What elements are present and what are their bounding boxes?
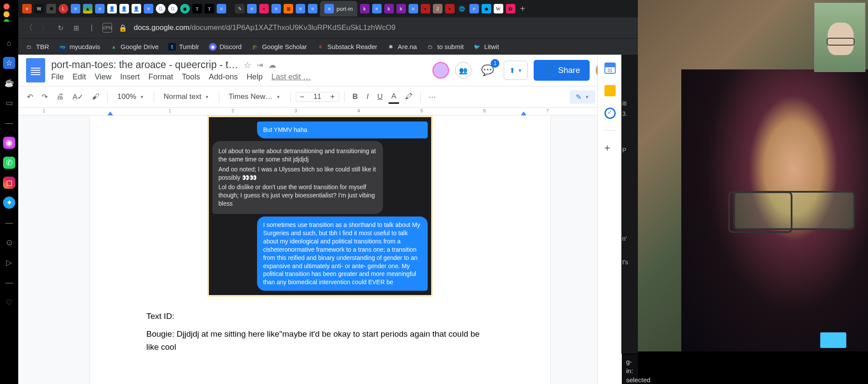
bookmark-substack[interactable]: ≡Substack Reader xyxy=(317,43,377,51)
video-control-button[interactable] xyxy=(820,332,846,348)
home-icon[interactable]: ⌂ xyxy=(3,37,15,49)
messenger-icon[interactable]: ◉ xyxy=(3,137,15,149)
url-input[interactable]: docs.google.com/document/d/1P6Ap1XAZThxo… xyxy=(134,23,706,32)
print-button[interactable]: 🖨 xyxy=(54,91,66,103)
tab-icon[interactable]: ≡ xyxy=(308,4,317,13)
tab-icon[interactable]: 👤 xyxy=(107,4,117,13)
redo-button[interactable]: ↷ xyxy=(39,91,50,103)
menu-insert[interactable]: Insert xyxy=(120,72,140,82)
font-select[interactable]: Times New…▼ xyxy=(224,91,285,103)
tab-icon[interactable]: 👤 xyxy=(132,4,141,13)
tab-icon[interactable]: k xyxy=(360,4,370,13)
tab-icon[interactable]: 🌐 xyxy=(457,4,467,13)
back-button[interactable]: 〈 xyxy=(24,23,34,33)
document-text[interactable]: Text ID: Bougie: Djjdjdj at me sitting h… xyxy=(146,310,494,354)
video-call-panel[interactable] xyxy=(638,0,868,351)
tab-icon[interactable]: 👤 xyxy=(119,4,129,13)
menu-view[interactable]: View xyxy=(95,72,112,82)
menu-file[interactable]: File xyxy=(51,72,64,82)
present-button[interactable]: ⬆ ▼ xyxy=(504,61,528,80)
bookmark-discord[interactable]: ◉Discord xyxy=(209,43,242,51)
highlight-button[interactable]: 🖍 xyxy=(403,91,415,103)
people-icon[interactable]: 👥 xyxy=(455,62,472,79)
tab-icon[interactable]: ≡ xyxy=(95,4,105,13)
menu-help[interactable]: Help xyxy=(247,72,263,82)
menu-edit[interactable]: Edit xyxy=(73,72,86,82)
instagram-icon[interactable]: ◻ xyxy=(3,177,15,189)
bookmark-tumblr[interactable]: tTumblr xyxy=(168,43,199,51)
tab-icon[interactable]: J xyxy=(433,4,442,13)
close-window[interactable] xyxy=(3,3,10,10)
move-icon[interactable]: ⇥ xyxy=(257,60,263,70)
tab-icon[interactable]: ✿ xyxy=(506,4,515,13)
menu-tools[interactable]: Tools xyxy=(182,72,200,82)
comments-button[interactable]: 💬 1 xyxy=(478,61,498,80)
grid-button[interactable]: ⊞ xyxy=(71,23,81,33)
undo-button[interactable]: ↶ xyxy=(24,91,36,103)
tab-icon[interactable]: k xyxy=(384,4,394,13)
forward-button[interactable]: 〉 xyxy=(40,23,50,33)
play-icon[interactable]: ⊙ xyxy=(3,236,15,249)
bookmark-tosubmit[interactable]: 🗀to submit xyxy=(426,43,464,51)
bookmark-scholar[interactable]: 🎓Google Scholar xyxy=(251,43,307,51)
paint-format-button[interactable]: 🖌 xyxy=(89,91,102,103)
tab-icon[interactable]: ≡ xyxy=(217,4,226,13)
bookmark-litwit[interactable]: 🐦Litwit xyxy=(473,43,499,51)
style-select[interactable]: Normal text▼ xyxy=(159,91,214,103)
tab-icon[interactable]: ◆ xyxy=(482,4,491,13)
embedded-chat-image[interactable]: But YMMV haha Lol about to write about d… xyxy=(207,115,433,297)
vpn-badge[interactable]: VPN xyxy=(102,23,112,33)
send-icon[interactable]: ▷ xyxy=(3,256,15,269)
underline-button[interactable]: U xyxy=(375,91,385,103)
document-canvas[interactable]: But YMMV haha Lol about to write about d… xyxy=(18,115,622,384)
whatsapp-icon[interactable]: ✆ xyxy=(3,157,15,169)
text-color-button[interactable]: A xyxy=(389,90,399,104)
share-button[interactable]: 👤 Share xyxy=(534,60,590,81)
calendar-app-icon[interactable]: 31 xyxy=(604,62,616,74)
tab-icon[interactable]: ≡ xyxy=(271,4,281,13)
decrease-size[interactable]: − xyxy=(296,92,308,102)
tab-icon[interactable]: ✽ xyxy=(46,4,56,13)
star-icon[interactable]: ☆ xyxy=(3,57,15,69)
last-edit-link[interactable]: Last edit … xyxy=(271,72,311,82)
tab-icon[interactable]: T xyxy=(205,4,214,13)
bookmark-tbr[interactable]: 🗀TBR xyxy=(25,43,49,51)
tab-icon[interactable]: ✎ xyxy=(235,4,244,13)
bold-button[interactable]: B xyxy=(350,91,360,103)
menu-addons[interactable]: Add-ons xyxy=(209,72,238,82)
collaborator-avatar[interactable] xyxy=(432,62,449,79)
tab-icon[interactable]: ≡ xyxy=(144,4,153,13)
tab-icon[interactable]: T xyxy=(192,4,202,13)
minimize-window[interactable] xyxy=(3,11,10,17)
tab-icon[interactable]: ≡ xyxy=(409,4,418,13)
tab-icon[interactable]: k xyxy=(396,4,406,13)
lock-icon[interactable]: 🔒 xyxy=(118,23,128,33)
italic-button[interactable]: I xyxy=(364,91,371,103)
tab-icon[interactable]: ≡ xyxy=(247,4,257,13)
font-size-control[interactable]: − 11 + xyxy=(296,92,339,102)
bookmark-drive[interactable]: ▲Google Drive xyxy=(110,43,159,51)
tab-icon[interactable]: ≡ xyxy=(469,4,479,13)
docs-logo-icon[interactable] xyxy=(26,58,45,82)
menu-format[interactable]: Format xyxy=(149,72,173,82)
editing-mode[interactable]: ✎ ▼ xyxy=(570,90,595,104)
bookmark-myucdavis[interactable]: mymyucdavis xyxy=(59,43,100,51)
docs-title[interactable]: port-man-toes: the aroace - queercrip - … xyxy=(51,59,238,71)
increase-size[interactable]: + xyxy=(327,92,339,102)
tab-icon[interactable]: ⊞ xyxy=(284,4,293,13)
bookmark-arena[interactable]: ✱Are.na xyxy=(387,43,417,51)
new-tab-button[interactable]: + xyxy=(518,4,528,13)
tab-icon[interactable]: ≡ xyxy=(296,4,305,13)
tab-icon[interactable]: ▪ xyxy=(259,4,269,13)
reload-button[interactable]: ↻ xyxy=(56,23,65,33)
tab-icon[interactable]: ◉ xyxy=(180,4,190,13)
spellcheck-button[interactable]: A✓ xyxy=(70,91,86,103)
font-size-value[interactable]: 11 xyxy=(308,93,327,101)
tab-icon[interactable]: W xyxy=(34,4,44,13)
tab-icon[interactable]: G xyxy=(156,4,165,13)
tab-icon[interactable]: L xyxy=(59,4,68,13)
active-tab[interactable]: ≡ port-m xyxy=(320,1,357,16)
tab-icon[interactable]: G xyxy=(168,4,178,13)
tab-icon[interactable]: ≡ xyxy=(71,4,80,13)
ruler[interactable]: 1 1 2 3 4 5 6 7 xyxy=(18,108,622,115)
